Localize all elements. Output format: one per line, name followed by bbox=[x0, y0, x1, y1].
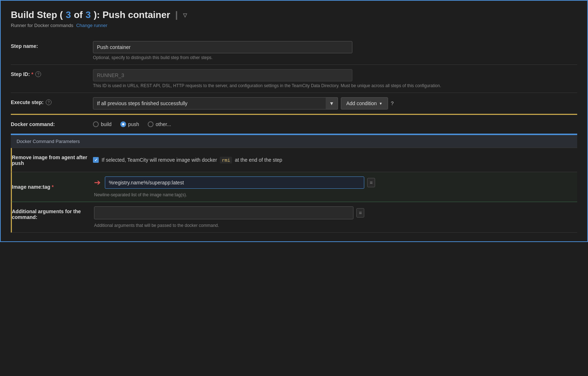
remove-image-code: rmi bbox=[220, 157, 232, 164]
runner-label: Runner for Docker commands bbox=[11, 23, 73, 28]
remove-image-checkbox[interactable] bbox=[93, 157, 99, 163]
docker-command-section: Docker command: build push other... bbox=[11, 114, 577, 134]
step-of-text: of bbox=[74, 9, 83, 21]
remove-image-value: If selected, TeamCity will remove image … bbox=[90, 148, 577, 172]
remove-image-text: If selected, TeamCity will remove image … bbox=[102, 157, 217, 163]
step-id-value-cell: This ID is used in URLs, REST API, DSL, … bbox=[90, 65, 577, 93]
title-dropdown-icon[interactable]: ▽ bbox=[183, 12, 187, 18]
step-total: 3 bbox=[85, 9, 90, 21]
additional-args-row: Additional arguments for the command: ≡ … bbox=[11, 202, 577, 233]
title-prefix: Build Step ( bbox=[11, 9, 63, 21]
additional-args-input[interactable] bbox=[94, 206, 353, 219]
change-runner-link[interactable]: Change runner bbox=[76, 23, 107, 28]
image-name-row: Image name:tag * ➔ ≡ Newline-separated l… bbox=[11, 172, 577, 202]
radio-push[interactable]: push bbox=[120, 121, 139, 127]
arrow-indicator-icon: ➔ bbox=[94, 178, 101, 187]
step-id-hint: This ID is used in URLs, REST API, DSL, … bbox=[93, 83, 577, 88]
add-condition-help-icon[interactable]: ? bbox=[391, 100, 394, 106]
radio-build-label: build bbox=[101, 121, 112, 127]
execute-step-select[interactable]: If all previous steps finished successfu… bbox=[93, 97, 338, 109]
build-step-panel: Build Step (3 of 3): Push container | ▽ … bbox=[0, 0, 588, 242]
additional-args-value: ≡ Additional arguments that will be pass… bbox=[91, 202, 577, 232]
title-separator: | bbox=[175, 9, 178, 21]
additional-args-label: Additional arguments for the command: bbox=[12, 202, 91, 232]
step-name-input[interactable] bbox=[93, 41, 352, 53]
additional-args-hint: Additional arguments that will be passed… bbox=[94, 223, 577, 228]
step-id-help-icon[interactable]: ? bbox=[35, 71, 41, 77]
execute-step-value-cell: If all previous steps finished successfu… bbox=[90, 93, 577, 114]
step-id-required: * bbox=[31, 71, 33, 77]
radio-build-circle bbox=[93, 121, 99, 127]
page-title: Build Step (3 of 3): Push container | ▽ bbox=[11, 9, 577, 21]
radio-other-circle bbox=[148, 121, 153, 127]
radio-push-circle bbox=[120, 121, 126, 127]
image-name-hint: Newline-separated list of the image name… bbox=[94, 192, 577, 197]
add-condition-button[interactable]: Add condition ▼ bbox=[341, 97, 388, 109]
image-name-value-cell: ➔ ≡ Newline-separated list of the image … bbox=[91, 172, 577, 202]
step-name-hint: Optional, specify to distinguish this bu… bbox=[93, 55, 577, 60]
docker-params-header: Docker Command Parameters bbox=[11, 134, 577, 148]
step-id-input[interactable] bbox=[93, 69, 352, 81]
step-current: 3 bbox=[66, 9, 71, 21]
runner-line: Runner for Docker commands Change runner bbox=[11, 23, 577, 28]
image-expand-icon[interactable]: ≡ bbox=[367, 178, 375, 187]
add-condition-dropdown-icon: ▼ bbox=[379, 102, 383, 106]
remove-image-text2: at the end of the step bbox=[235, 157, 282, 163]
image-input-row: ➔ ≡ bbox=[94, 176, 577, 189]
remove-image-checkbox-wrapper: If selected, TeamCity will remove image … bbox=[93, 157, 282, 164]
title-suffix: ): Push container bbox=[94, 9, 170, 21]
step-id-label: Step ID: * ? bbox=[11, 65, 90, 93]
docker-command-radio-group: build push other... bbox=[93, 121, 171, 127]
form-section: Step name: Optional, specify to distingu… bbox=[11, 37, 577, 114]
additional-input-row: ≡ bbox=[94, 206, 577, 219]
step-name-label: Step name: bbox=[11, 37, 90, 65]
execute-step-select-wrapper: If all previous steps finished successfu… bbox=[93, 97, 338, 109]
additional-expand-icon[interactable]: ≡ bbox=[356, 208, 364, 218]
image-name-label-cell: Image name:tag * bbox=[12, 172, 91, 202]
radio-build[interactable]: build bbox=[93, 121, 112, 127]
remove-image-label: Remove image from agent after push bbox=[11, 148, 90, 172]
docker-command-value: build push other... bbox=[90, 115, 577, 134]
execute-step-label: Execute step: ? bbox=[11, 93, 90, 114]
docker-params-form: Remove image from agent after push If se… bbox=[11, 148, 577, 172]
radio-other[interactable]: other... bbox=[148, 121, 171, 127]
image-name-input[interactable] bbox=[105, 176, 364, 189]
docker-command-label: Docker command: bbox=[11, 115, 90, 134]
image-name-required: * bbox=[52, 184, 54, 190]
execute-step-help-icon[interactable]: ? bbox=[46, 99, 52, 105]
step-name-value-cell: Optional, specify to distinguish this bu… bbox=[90, 37, 577, 65]
radio-push-label: push bbox=[128, 121, 139, 127]
radio-other-label: other... bbox=[156, 121, 171, 127]
docker-params-section: Remove image from agent after push If se… bbox=[11, 148, 577, 233]
